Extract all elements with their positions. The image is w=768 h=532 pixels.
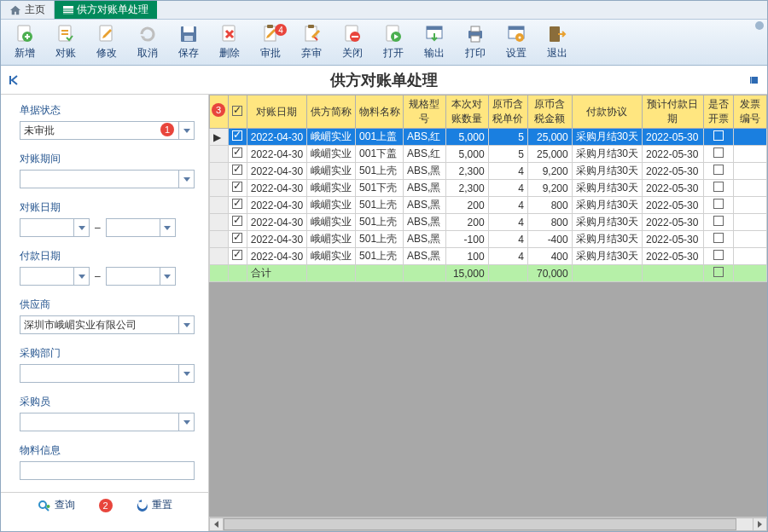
svg-point-29 bbox=[519, 37, 521, 39]
tool-print-button[interactable]: 打印 bbox=[455, 21, 496, 63]
table-row[interactable]: 2022-04-30峨嵋实业501上壳ABS,黑2004800采购月结30天20… bbox=[210, 214, 767, 231]
open-icon bbox=[383, 24, 404, 44]
checkbox-icon[interactable] bbox=[232, 250, 242, 260]
title-bar: 供方对账单处理 bbox=[1, 66, 767, 95]
tab-home[interactable]: 主页 bbox=[1, 1, 55, 19]
col-header[interactable]: 原币含税单价 bbox=[488, 95, 527, 129]
close-icon bbox=[342, 24, 363, 44]
svg-rect-15 bbox=[308, 25, 314, 28]
svg-rect-9 bbox=[183, 26, 194, 32]
tool-settings-button[interactable]: 设置 bbox=[496, 21, 537, 63]
table-row[interactable]: ▶2022-04-30峨嵋实业001上盖ABS,红5,000525,000采购月… bbox=[210, 129, 767, 146]
checkbox-icon[interactable] bbox=[713, 216, 724, 226]
svg-rect-18 bbox=[352, 36, 358, 38]
nav-first-button[interactable] bbox=[6, 72, 21, 88]
table-row[interactable]: 2022-04-30峨嵋实业501上壳ABS,黑1004400采购月结30天20… bbox=[210, 248, 767, 265]
grid-icon bbox=[63, 6, 73, 14]
checkbox-icon[interactable] bbox=[232, 130, 242, 141]
col-check[interactable] bbox=[228, 95, 247, 129]
edit-icon bbox=[96, 24, 117, 44]
col-header[interactable]: 物料名称 bbox=[356, 95, 404, 129]
checkbox-icon[interactable] bbox=[713, 233, 724, 243]
checkbox-icon[interactable] bbox=[713, 147, 724, 158]
query-button[interactable]: 查询 bbox=[38, 498, 75, 512]
toolbar-collapse-icon[interactable] bbox=[755, 21, 764, 30]
checkbox-icon[interactable] bbox=[232, 165, 242, 175]
tool-unapprove-button[interactable]: 弃审 bbox=[291, 21, 332, 63]
scroll-left-button[interactable] bbox=[209, 518, 224, 531]
filter-period-input[interactable] bbox=[20, 170, 195, 188]
table-row[interactable]: 2022-04-30峨嵋实业501下壳ABS,黑2,30049,200采购月结3… bbox=[210, 180, 767, 197]
table-row[interactable]: 2022-04-30峨嵋实业001下盖ABS,红5,000525,000采购月结… bbox=[210, 146, 767, 163]
checkbox-icon[interactable] bbox=[713, 182, 724, 192]
checkbox-icon[interactable] bbox=[713, 165, 724, 175]
table-row[interactable]: 2022-04-30峨嵋实业501上壳ABS,黑-1004-400采购月结30天… bbox=[210, 231, 767, 248]
table-row[interactable]: 2022-04-30峨嵋实业501上壳ABS,黑2004800采购月结30天20… bbox=[210, 197, 767, 214]
chevron-down-icon bbox=[178, 171, 194, 188]
new-icon bbox=[15, 24, 35, 44]
svg-rect-22 bbox=[427, 26, 442, 30]
svg-rect-24 bbox=[471, 26, 480, 32]
checkbox-icon[interactable] bbox=[713, 250, 724, 260]
filter-supplier-value: 深圳市峨嵋实业有限公司 bbox=[24, 318, 137, 332]
checkbox-icon[interactable] bbox=[713, 130, 724, 141]
checkbox-icon bbox=[713, 267, 724, 277]
table-row[interactable]: 2022-04-30峨嵋实业501上壳ABS,黑2,30049,200采购月结3… bbox=[210, 163, 767, 180]
tool-save-button[interactable]: 保存 bbox=[168, 21, 209, 63]
total-row: 合计15,00070,000 bbox=[210, 265, 767, 282]
filter-panel: 单据状态 未审批 1 对账期间 对账日期 bbox=[1, 95, 209, 492]
filter-supplier-input[interactable]: 深圳市峨嵋实业有限公司 bbox=[20, 315, 195, 334]
col-header[interactable]: 是否开票 bbox=[703, 95, 733, 129]
tool-edit-button[interactable]: 修改 bbox=[86, 21, 127, 63]
filter-buyer-input[interactable] bbox=[20, 413, 195, 431]
col-header[interactable]: 对账日期 bbox=[247, 95, 306, 129]
checkbox-icon[interactable] bbox=[232, 106, 242, 116]
checkbox-icon[interactable] bbox=[713, 199, 724, 209]
checkbox-icon[interactable] bbox=[232, 199, 242, 209]
unapprove-icon bbox=[301, 24, 322, 44]
scroll-right-button[interactable] bbox=[753, 518, 767, 531]
filter-period-label: 对账期间 bbox=[20, 152, 195, 166]
chevron-down-icon bbox=[160, 219, 175, 236]
chevron-down-icon bbox=[160, 268, 175, 285]
tool-delete-button[interactable]: 删除 bbox=[209, 21, 250, 63]
checkbox-icon[interactable] bbox=[232, 182, 242, 192]
chevron-down-icon bbox=[178, 413, 194, 431]
tool-recon-button[interactable]: 对账 bbox=[45, 21, 86, 63]
filter-recondate-from[interactable] bbox=[20, 218, 90, 237]
tool-open-button[interactable]: 打开 bbox=[373, 21, 414, 63]
svg-rect-13 bbox=[267, 25, 273, 28]
data-grid[interactable]: 对账日期供方简称物料名称规格型号本次对账数量原币含税单价原币含税金额付款协议预计… bbox=[209, 95, 767, 282]
horizontal-scrollbar[interactable] bbox=[209, 517, 767, 531]
save-icon bbox=[178, 24, 199, 44]
col-header[interactable]: 付款协议 bbox=[572, 95, 642, 129]
filter-material-input[interactable] bbox=[20, 461, 195, 480]
col-header[interactable]: 原币含税金额 bbox=[528, 95, 573, 129]
nav-last-button[interactable] bbox=[747, 72, 762, 88]
col-header[interactable]: 本次对账数量 bbox=[445, 95, 488, 129]
checkbox-icon[interactable] bbox=[232, 233, 242, 243]
col-header[interactable]: 预计付款日期 bbox=[643, 95, 704, 129]
filter-dept-input[interactable] bbox=[20, 364, 195, 383]
reset-button[interactable]: 重置 bbox=[137, 498, 172, 512]
checkbox-icon[interactable] bbox=[232, 147, 242, 158]
tool-approve-button[interactable]: 审批4 bbox=[250, 21, 291, 63]
svg-rect-25 bbox=[471, 36, 480, 42]
tab-active[interactable]: 供方对账单处理 bbox=[55, 1, 157, 19]
filter-recondate-to[interactable] bbox=[106, 218, 176, 237]
tool-new-button[interactable]: 新增 bbox=[4, 21, 45, 63]
tab-home-label: 主页 bbox=[25, 3, 45, 17]
tool-close-button[interactable]: 关闭 bbox=[332, 21, 373, 63]
filter-paydate-from[interactable] bbox=[20, 267, 90, 286]
col-header[interactable]: 供方简称 bbox=[307, 95, 356, 129]
tool-export-button[interactable]: 输出 bbox=[414, 21, 455, 63]
tool-exit-button[interactable]: 退出 bbox=[537, 21, 578, 63]
col-header[interactable]: 发票编号 bbox=[734, 95, 767, 129]
chevron-down-icon bbox=[178, 122, 194, 139]
col-header[interactable]: 规格型号 bbox=[403, 95, 445, 129]
checkbox-icon[interactable] bbox=[232, 216, 242, 226]
scroll-thumb[interactable] bbox=[224, 518, 736, 530]
tool-cancel-button[interactable]: 取消 bbox=[127, 21, 168, 63]
filter-paydate-to[interactable] bbox=[106, 267, 176, 286]
cancel-icon bbox=[137, 24, 158, 44]
